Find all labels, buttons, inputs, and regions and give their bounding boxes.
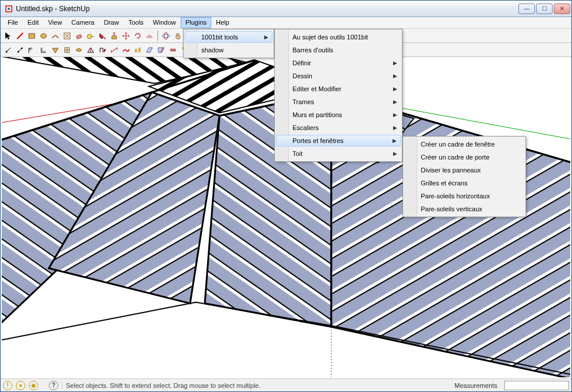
status-help-icon[interactable]: ? xyxy=(49,381,58,390)
svg-rect-6 xyxy=(77,34,82,38)
menu-item-label: Pare-soleils horizontaux xyxy=(421,192,490,200)
menu-murs[interactable]: Murs et partitions▶ xyxy=(276,108,401,121)
plugin-tool-12-icon[interactable] xyxy=(132,45,143,55)
menu-escaliers[interactable]: Escaliers▶ xyxy=(276,121,401,134)
select-tool-icon[interactable] xyxy=(3,31,14,41)
statusbar: ! ● ◆ ? Select objects. Shift to extend … xyxy=(1,378,571,391)
circle-tool-icon[interactable] xyxy=(38,31,49,41)
plugin-tool-8-icon[interactable] xyxy=(85,45,96,55)
menu-about[interactable]: Au sujet des outils 1001bit xyxy=(276,31,401,44)
app-icon xyxy=(4,4,14,14)
pushpull-tool-icon[interactable] xyxy=(109,31,119,41)
menu-trames[interactable]: Trames▶ xyxy=(276,95,401,108)
menu-editer[interactable]: Editer et Modifier▶ xyxy=(276,82,401,95)
menu-toit[interactable]: Toit▶ xyxy=(276,147,401,160)
plugin-tool-2-icon[interactable] xyxy=(15,45,25,55)
svg-point-7 xyxy=(87,34,92,39)
menu-help[interactable]: Help xyxy=(211,17,234,28)
svg-rect-3 xyxy=(29,34,35,38)
plugin-tool-4-icon[interactable] xyxy=(38,45,49,55)
menu-item-label: Diviser les panneaux xyxy=(421,167,481,174)
portes-fenetres-dropdown: Créer un cadre de fenêtre Créer un cadre… xyxy=(403,136,526,217)
menu-item-label: Au sujet des outils 1001bit xyxy=(292,34,368,41)
window-title: Untitled.skp - SketchUp xyxy=(16,5,518,13)
submenu-arrow-icon: ▶ xyxy=(393,125,397,131)
menu-toolbars[interactable]: Barres d'outils xyxy=(276,44,401,57)
plugin-tool-13-icon[interactable] xyxy=(144,45,155,55)
menu-camera[interactable]: Camera xyxy=(66,17,99,28)
menu-dessin[interactable]: Dessin▶ xyxy=(276,69,401,82)
submenu-arrow-icon: ▶ xyxy=(393,112,397,118)
menu-grilles-ecrans[interactable]: Grilles et écrans xyxy=(404,177,524,190)
plugin-tool-5-icon[interactable] xyxy=(50,45,61,55)
eraser-tool-icon[interactable] xyxy=(74,31,84,41)
svg-point-8 xyxy=(104,37,106,39)
menu-item-label: Grilles et écrans xyxy=(421,180,467,187)
menu-define[interactable]: Définir▶ xyxy=(276,57,401,69)
svg-rect-17 xyxy=(135,49,137,52)
menu-view[interactable]: View xyxy=(44,17,67,28)
close-button[interactable]: ✕ xyxy=(554,4,570,14)
move-tool-icon[interactable] xyxy=(121,31,131,41)
menubar: File Edit View Camera Draw Tools Window … xyxy=(1,17,571,29)
titlebar: Untitled.skp - SketchUp — ☐ ✕ xyxy=(1,1,571,17)
svg-rect-18 xyxy=(138,48,141,52)
svg-point-9 xyxy=(162,34,169,38)
status-geo-icon[interactable]: ◆ xyxy=(29,381,38,390)
menu-file[interactable]: File xyxy=(3,17,23,28)
plugin-tool-9-icon[interactable] xyxy=(97,45,108,55)
menu-tools[interactable]: Tools xyxy=(124,17,148,28)
menu-cadre-fenetre[interactable]: Créer un cadre de fenêtre xyxy=(404,138,524,151)
arc-tool-icon[interactable] xyxy=(50,31,61,41)
paint-tool-icon[interactable] xyxy=(97,31,108,41)
menu-item-label: Escaliers xyxy=(292,124,319,131)
submenu-arrow-icon: ▶ xyxy=(393,138,397,144)
plugin-tool-3-icon[interactable] xyxy=(26,45,37,55)
plugin-tool-15-icon[interactable] xyxy=(168,45,178,55)
menu-item-label: Murs et partitions xyxy=(292,111,342,118)
rotate-tool-icon[interactable] xyxy=(132,31,143,41)
measurements-input[interactable] xyxy=(504,381,569,390)
orbit-tool-icon[interactable] xyxy=(161,31,171,41)
menu-item-label: Dessin xyxy=(292,72,312,79)
menu-diviser-panneaux[interactable]: Diviser les panneaux xyxy=(404,164,524,177)
svg-point-4 xyxy=(41,34,46,38)
maximize-button[interactable]: ☐ xyxy=(536,4,553,14)
plugin-tool-6-icon[interactable] xyxy=(62,45,72,55)
submenu-arrow-icon: ▶ xyxy=(393,99,397,105)
menu-plugins[interactable]: Plugins xyxy=(181,17,211,28)
plugin-tool-1-icon[interactable] xyxy=(3,45,14,55)
rectangle-tool-icon[interactable] xyxy=(26,31,37,41)
component-icon[interactable] xyxy=(62,31,72,41)
window-controls: — ☐ ✕ xyxy=(518,4,570,14)
menu-item-label: shadow xyxy=(201,46,224,54)
plugin-tool-7-icon[interactable] xyxy=(74,45,84,55)
menu-item-label: Barres d'outils xyxy=(292,46,333,54)
menu-cadre-porte[interactable]: Créer un cadre de porte xyxy=(404,151,524,164)
tape-tool-icon[interactable] xyxy=(85,31,96,41)
plugin-tool-10-icon[interactable] xyxy=(109,45,119,55)
pan-tool-icon[interactable] xyxy=(172,31,183,41)
line-tool-icon[interactable] xyxy=(15,31,25,41)
menu-pare-soleils-h[interactable]: Pare-soleils horizontaux xyxy=(404,190,524,202)
minimize-button[interactable]: — xyxy=(518,4,535,14)
offset-tool-icon[interactable] xyxy=(144,31,155,41)
measurements-label: Measurements xyxy=(451,382,501,389)
menu-item-label: Portes et fenêtres xyxy=(292,137,344,144)
plugin-tool-11-icon[interactable] xyxy=(121,45,131,55)
status-info-icon[interactable]: ! xyxy=(3,381,12,390)
menu-draw[interactable]: Draw xyxy=(99,17,124,28)
toolbar-separator xyxy=(157,31,158,41)
menu-item-label: Créer un cadre de fenêtre xyxy=(421,141,495,148)
status-user-icon[interactable]: ● xyxy=(16,381,25,390)
menu-edit[interactable]: Edit xyxy=(23,17,44,28)
menu-window[interactable]: Window xyxy=(148,17,181,28)
menu-pare-soleils-v[interactable]: Pare-soleils verticaux xyxy=(404,202,524,215)
menu-item-label: Pare-soleils verticaux xyxy=(421,205,483,212)
submenu-arrow-icon: ▶ xyxy=(264,34,268,40)
plugin-tool-14-icon[interactable] xyxy=(156,45,167,55)
menu-shadow[interactable]: shadow xyxy=(185,44,272,57)
menu-1001bit-tools[interactable]: 1001bit tools ▶ xyxy=(185,31,272,43)
status-hint: Select objects. Shift to extend select. … xyxy=(62,382,447,389)
menu-portes-fenetres[interactable]: Portes et fenêtres▶ xyxy=(276,135,401,147)
